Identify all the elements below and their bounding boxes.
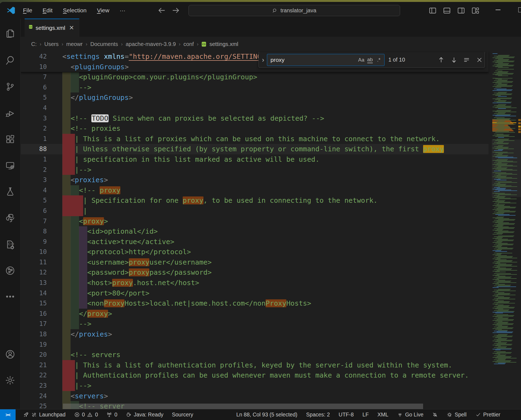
code-line[interactable]: 13 <host>proxy.host.net</host> [21, 278, 488, 288]
spell-status[interactable]: Spell [447, 412, 466, 418]
minimap[interactable] [492, 51, 518, 411]
problems-status[interactable]: 00 [74, 412, 98, 418]
code-line[interactable]: 11 <username>proxyuser</username> [21, 257, 488, 268]
layout-sidebar-left-icon[interactable] [429, 6, 437, 15]
code-line[interactable]: 5 </pluginGroups> [21, 92, 488, 103]
match-case-icon[interactable]: Aa [357, 56, 366, 64]
menu-selection[interactable]: Selection [60, 5, 90, 15]
code-line[interactable]: 12 <password>proxypass</password> [21, 267, 488, 278]
code-line[interactable]: 6 --> [21, 82, 488, 93]
horizontal-scrollbar[interactable] [62, 403, 487, 410]
menu-view[interactable]: View [94, 5, 112, 15]
notifications-status[interactable] [432, 412, 438, 418]
minimap-line [495, 214, 510, 215]
code-line[interactable]: 1 | specification in this list marked as… [21, 154, 488, 165]
breadcrumb-item[interactable]: apache-maven-3.9.9 [125, 41, 176, 47]
menu-file[interactable]: File [20, 5, 36, 15]
activity-cpp-tools-icon[interactable]: C++ [5, 239, 15, 250]
code-line[interactable]: 2 <!-- proxies [21, 123, 488, 134]
previous-match-icon[interactable] [436, 54, 447, 65]
cursor-position-status[interactable]: Ln 88, Col 93 (5 selected) [236, 412, 297, 418]
vscode-logo-icon[interactable] [6, 5, 16, 15]
code-line[interactable]: 23 |--> [21, 381, 488, 391]
code-line[interactable]: 20 <!-- servers [21, 350, 488, 360]
code-line[interactable]: 17 --> [21, 319, 488, 329]
code-line[interactable]: 15 <nonProxyHosts>local.net|some.host.co… [21, 298, 488, 309]
code-line[interactable]: 1 | This is a list of proxies which can … [21, 134, 488, 144]
editor[interactable]: 7 <pluginGroup>com.your.plugins</pluginG… [21, 51, 521, 411]
activity-search-icon[interactable] [5, 55, 15, 65]
activity-explorer-icon[interactable] [5, 28, 15, 39]
layout-customize-icon[interactable] [471, 6, 479, 15]
command-center-search[interactable]: translator_java [188, 5, 400, 16]
code-line[interactable]: 22 | Authentication profiles can be used… [21, 370, 488, 381]
menu-edit[interactable]: Edit [39, 5, 56, 15]
layout-panel-icon[interactable] [443, 6, 451, 15]
minimize-icon[interactable] [496, 10, 500, 10]
menu-[interactable]: ··· [117, 5, 129, 15]
regex-icon[interactable]: .* [374, 56, 383, 64]
code-line[interactable]: 16 </proxy> [21, 309, 488, 319]
maximize-icon[interactable] [518, 7, 521, 12]
next-match-icon[interactable] [449, 54, 459, 65]
go-live-status[interactable]: Go Live [397, 412, 423, 418]
activity-extensions-icon[interactable] [5, 134, 15, 144]
activity-more-views-icon[interactable] [5, 291, 15, 302]
activity-python-icon[interactable] [5, 213, 15, 223]
activity-source-control-icon[interactable] [5, 82, 15, 92]
code-line[interactable]: 19 [21, 340, 488, 350]
breadcrumb-item[interactable]: C: [31, 41, 37, 47]
activity-remote-explorer-icon[interactable] [5, 160, 15, 171]
launchpad-status[interactable]: Launchpad [23, 412, 66, 418]
activity-network-share-icon[interactable] [5, 265, 15, 276]
whole-word-icon[interactable]: ab [366, 56, 374, 64]
code-line[interactable]: 7 <pluginGroup>com.your.plugins</pluginG… [21, 72, 488, 82]
ruler-match-mark [518, 128, 521, 130]
breadcrumb-file[interactable]: settings.xml [209, 41, 239, 47]
toggle-replace-icon[interactable]: › [259, 56, 267, 64]
status-label: Go Live [405, 412, 423, 418]
activity-run-debug-icon[interactable] [5, 108, 15, 118]
tab-close-icon[interactable]: ✕ [68, 24, 75, 31]
encoding-status[interactable]: UTF-8 [339, 412, 354, 418]
remote-indicator[interactable]: >< [0, 409, 16, 420]
code-line[interactable]: 4 [21, 103, 488, 113]
code-line[interactable]: 2 |--> [21, 165, 488, 175]
java-status[interactable]: Java: Ready [126, 412, 163, 418]
sourcery-status[interactable]: Sourcery [172, 412, 193, 418]
find-input[interactable] [267, 57, 357, 63]
find-in-selection-icon[interactable] [461, 54, 472, 65]
indentation-status[interactable]: Spaces: 2 [306, 412, 330, 418]
breadcrumb-item[interactable]: conf [183, 41, 194, 47]
code-line[interactable]: 3 <proxies> [21, 175, 488, 185]
code-line[interactable]: 6 | [21, 206, 488, 216]
history-back-icon[interactable] [157, 6, 166, 15]
code-line[interactable]: 10 <protocol>http</protocol> [21, 247, 488, 257]
code-line[interactable]: 8 <id>optional</id> [21, 226, 488, 237]
horizontal-scrollbar-thumb[interactable] [63, 404, 423, 409]
code-line[interactable]: 21 | This is a list of authentication pr… [21, 360, 488, 370]
history-forward-icon[interactable] [171, 6, 181, 15]
code-line[interactable]: 3 <!-- TODO Since when can proxies be se… [21, 113, 488, 124]
tab-settings-xml[interactable]: settings.xml ✕ [25, 19, 79, 37]
code-line[interactable]: 7 <proxy> [21, 216, 488, 227]
eol-status[interactable]: LF [362, 412, 369, 418]
language-mode-status[interactable]: XML [377, 412, 388, 418]
layout-sidebar-right-icon[interactable] [457, 6, 465, 15]
code-line[interactable]: 14 <port>80</port> [21, 288, 488, 299]
activity-testing-icon[interactable] [5, 186, 15, 197]
activity-settings-gear-icon[interactable] [5, 375, 15, 386]
breadcrumb-item[interactable]: Documents [90, 41, 118, 47]
breadcrumb-item[interactable]: Users [44, 41, 59, 47]
code-line[interactable]: 4 <!-- proxy [21, 185, 488, 196]
code-line[interactable]: 5 | Specification for one proxy, to be u… [21, 195, 488, 206]
prettier-status[interactable]: Prettier [475, 412, 500, 418]
ports-status[interactable]: 0 [106, 412, 117, 418]
activity-account-icon[interactable] [5, 349, 15, 360]
code-line[interactable]: 24 <servers> [21, 391, 488, 401]
breadcrumb-item[interactable]: meowr [66, 41, 83, 47]
code-line[interactable]: 88 | Unless otherwise specified (by syst… [21, 144, 488, 154]
code-line[interactable]: 9 <active>true</active> [21, 237, 488, 247]
code-line[interactable]: 18 </proxies> [21, 329, 488, 340]
close-find-icon[interactable] [474, 54, 485, 65]
